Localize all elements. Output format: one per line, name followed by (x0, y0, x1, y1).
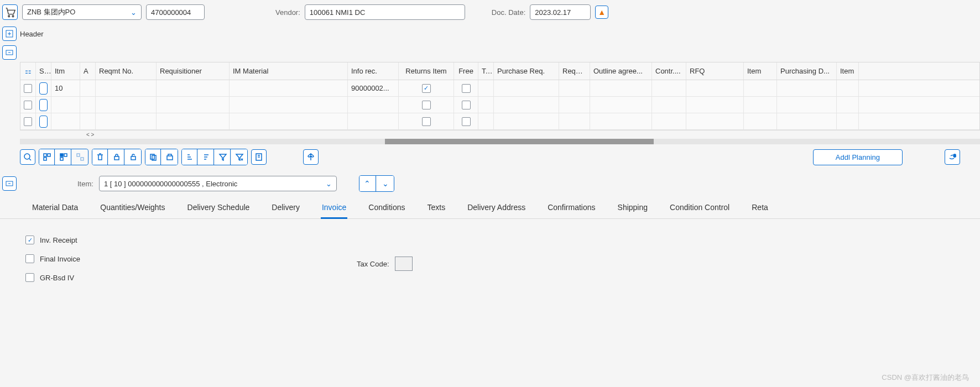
status-box[interactable] (39, 99, 48, 111)
sort-asc-button[interactable] (182, 149, 197, 165)
layout3-button[interactable] (72, 149, 88, 165)
col-free[interactable]: Free (454, 62, 478, 80)
tab-shipping[interactable]: Shipping (617, 197, 649, 218)
expand-header-button[interactable] (2, 27, 17, 41)
item-select[interactable]: 1 [ 10 ] 000000000000000555 , Electronic… (99, 176, 337, 191)
unlock-button[interactable] (126, 149, 141, 165)
col-itm[interactable]: Itm (51, 62, 80, 80)
tabs: Material DataQuantities/WeightsDelivery … (0, 197, 980, 219)
addl-planning-button[interactable]: Addl Planning (813, 149, 903, 165)
header-label: Header (20, 30, 44, 38)
scrollbar-thumb[interactable] (385, 139, 654, 144)
chevron-down-icon: ⌄ (326, 180, 332, 188)
tab-conditions[interactable]: Conditions (367, 197, 406, 218)
doc-date-input[interactable]: 2023.02.17 (530, 4, 591, 20)
cell-itm (51, 113, 80, 129)
search-button[interactable] (20, 149, 35, 165)
returns-checkbox[interactable] (422, 101, 431, 109)
tab-delivery-address[interactable]: Delivery Address (466, 197, 527, 218)
items-table: ⚏ S... Itm A Reqmt No. Requisitioner IM … (20, 62, 980, 130)
table-header: ⚏ S... Itm A Reqmt No. Requisitioner IM … (20, 62, 979, 80)
col-inforec[interactable]: Info rec. (348, 62, 399, 80)
col-status[interactable]: S... (36, 62, 51, 80)
col-t[interactable]: T... (478, 62, 494, 80)
col-requisitioner[interactable]: Requisitioner (157, 62, 230, 80)
col-returns[interactable]: Returns Item (399, 62, 454, 80)
col-a[interactable]: A (80, 62, 96, 80)
free-checkbox[interactable] (462, 84, 471, 93)
tab-texts[interactable]: Texts (426, 197, 446, 218)
tab-invoice[interactable]: Invoice (321, 197, 347, 219)
col-contr[interactable]: Contr.... (652, 62, 686, 80)
lock-button[interactable] (109, 149, 124, 165)
col-material[interactable]: IM Material (230, 62, 348, 80)
gr-bsd-checkbox[interactable] (25, 273, 34, 282)
currency-button[interactable]: $ (945, 149, 960, 165)
tab-quantities-weights[interactable]: Quantities/Weights (99, 197, 166, 218)
col-settings[interactable]: ⚏ (20, 62, 36, 80)
filter-button[interactable] (215, 149, 231, 165)
po-type-select[interactable]: ZNB 集团内PO ⌄ (22, 4, 142, 20)
svg-rect-5 (44, 154, 46, 156)
col-requi[interactable]: Requi... (559, 62, 590, 80)
row-checkbox[interactable] (24, 101, 32, 109)
delete-button[interactable] (92, 149, 108, 165)
horizontal-scrollbar[interactable] (20, 139, 980, 144)
tab-condition-control[interactable]: Condition Control (669, 197, 731, 218)
layout2-button[interactable] (56, 149, 71, 165)
layout1-button[interactable] (39, 149, 55, 165)
tab-delivery-schedule[interactable]: Delivery Schedule (186, 197, 251, 218)
inv-receipt-checkbox[interactable]: ✓ (25, 236, 34, 244)
tab-material-data[interactable]: Material Data (31, 197, 79, 218)
svg-rect-8 (60, 154, 63, 156)
row-checkbox[interactable] (24, 117, 32, 126)
paste-button[interactable] (162, 149, 178, 165)
col-pr[interactable]: Purchase Req. (494, 62, 559, 80)
collapse-item-button[interactable] (2, 176, 17, 191)
po-number-value: 4700000004 (151, 8, 191, 17)
status-box[interactable] (39, 116, 48, 128)
final-invoice-label: Final Invoice (40, 255, 80, 263)
free-checkbox[interactable] (462, 117, 471, 126)
invoice-tab-content: ✓ Inv. Receipt Final Invoice GR-Bsd IV T… (0, 219, 980, 308)
sort-desc-button[interactable] (199, 149, 214, 165)
tax-code-input[interactable] (395, 257, 413, 271)
copy-button[interactable] (145, 149, 161, 165)
svg-text:$: $ (953, 153, 956, 158)
returns-checkbox[interactable]: ✓ (422, 84, 431, 93)
table-row[interactable]: 10 90000002... ✓ (20, 80, 979, 97)
col-purchd[interactable]: Purchasing D... (777, 62, 837, 80)
col-reqmt[interactable]: Reqmt No. (96, 62, 157, 80)
col-rfq[interactable]: RFQ (686, 62, 744, 80)
col-item2[interactable]: Item (837, 62, 859, 80)
svg-rect-12 (81, 158, 84, 160)
gr-bsd-label: GR-Bsd IV (40, 274, 74, 282)
table-row[interactable] (20, 97, 979, 113)
col-outline[interactable]: Outline agree... (590, 62, 652, 80)
col-item[interactable]: Item (744, 62, 777, 80)
tab-confirmations[interactable]: Confirmations (546, 197, 596, 218)
cart-icon[interactable] (2, 4, 18, 20)
next-item-button[interactable]: ⌄ (377, 176, 394, 191)
svg-rect-7 (44, 158, 46, 160)
doc-date-value: 2023.02.17 (535, 8, 571, 17)
warning-button[interactable]: ▲ (595, 6, 608, 19)
po-number-input[interactable]: 4700000004 (146, 4, 205, 20)
filter-clear-button[interactable] (232, 149, 247, 165)
balance-button[interactable] (303, 149, 319, 165)
scroll-arrows[interactable]: < > (83, 130, 980, 139)
prev-item-button[interactable]: ⌃ (359, 176, 376, 191)
cell-inforec (348, 113, 399, 129)
final-invoice-checkbox[interactable] (25, 254, 34, 263)
status-box[interactable] (39, 82, 48, 95)
returns-checkbox[interactable] (422, 117, 431, 126)
tab-reta[interactable]: Reta (750, 197, 769, 218)
free-checkbox[interactable] (462, 101, 471, 109)
tab-delivery[interactable]: Delivery (270, 197, 301, 218)
cell-inforec: 90000002... (348, 80, 399, 96)
vendor-input[interactable]: 100061 NMI1 DC (305, 4, 465, 20)
table-row[interactable] (20, 113, 979, 130)
collapse-section-button[interactable] (2, 45, 17, 60)
row-checkbox[interactable] (24, 84, 32, 93)
settings-button[interactable] (251, 149, 267, 165)
